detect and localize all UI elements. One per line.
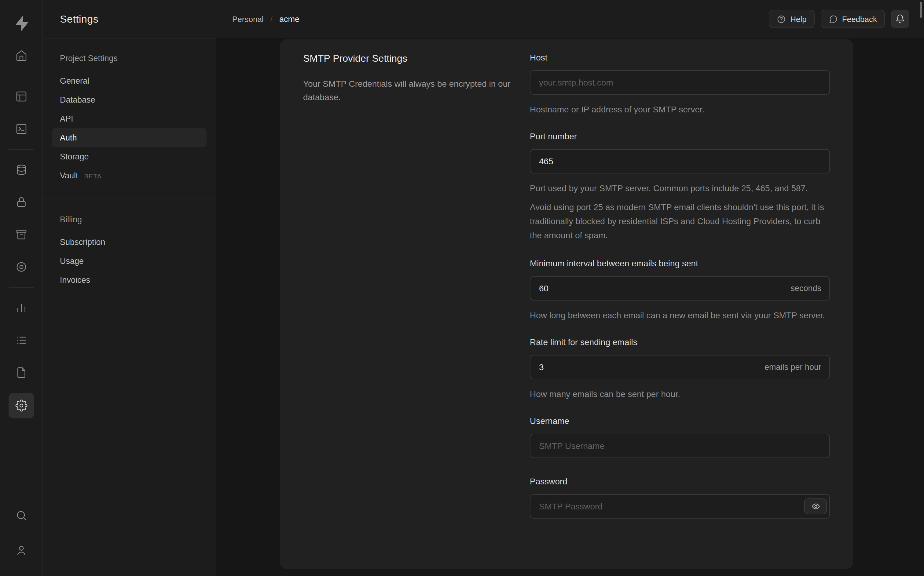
smtp-settings-panel: SMTP Provider Settings Your SMTP Credent… [280, 39, 853, 569]
section-label-project-settings: Project Settings [52, 53, 207, 65]
nav-functions-button[interactable] [9, 255, 33, 279]
port-label: Port number [530, 131, 830, 142]
sidebar-item-invoices[interactable]: Invoices [52, 270, 207, 290]
sidebar-item-database[interactable]: Database [52, 90, 207, 109]
feedback-button[interactable]: Feedback [821, 10, 885, 28]
interval-help-text: How long between each email can a new em… [530, 309, 830, 323]
eye-icon [811, 502, 820, 510]
breadcrumb-org[interactable]: Personal [232, 14, 264, 24]
interval-input-wrap: seconds [530, 276, 830, 301]
database-icon [15, 164, 27, 176]
breadcrumb-project[interactable]: acme [279, 14, 299, 24]
panel-description: Your SMTP Credentials will always be enc… [303, 77, 511, 104]
nav-auth-button[interactable] [9, 190, 33, 214]
password-field-group: Password [530, 476, 830, 518]
host-input-wrap [530, 70, 830, 95]
storage-icon [15, 229, 27, 241]
topbar: Personal / acme Help Feedback [216, 0, 924, 38]
sidebar-item-general[interactable]: General [52, 72, 207, 90]
account-button[interactable] [9, 538, 33, 563]
feedback-bubble-icon [829, 14, 838, 24]
username-field-group: Username [530, 415, 830, 458]
nav-home-button[interactable] [9, 43, 33, 68]
sidebar-item-storage[interactable]: Storage [52, 147, 207, 166]
nav-storage-button[interactable] [9, 222, 33, 247]
port-note-text: Avoid using port 25 as modern SMTP email… [530, 200, 830, 243]
scrollbar-thumb[interactable] [920, 2, 922, 18]
supabase-logo-icon [13, 15, 29, 31]
username-label: Username [530, 415, 830, 427]
functions-icon [15, 261, 27, 273]
rail-bottom [9, 503, 33, 576]
rate-limit-field-group: Rate limit for sending emails emails per… [530, 336, 830, 401]
settings-gear-icon [15, 400, 27, 412]
topbar-actions: Help Feedback [769, 10, 910, 28]
help-circle-icon [777, 14, 786, 24]
rate-limit-label: Rate limit for sending emails [530, 336, 830, 348]
help-button[interactable]: Help [769, 10, 815, 28]
sidebar-title: Settings [60, 13, 98, 26]
beta-badge: BETA [84, 173, 102, 179]
nav-docs-button[interactable] [9, 360, 33, 385]
logs-list-icon [15, 334, 27, 346]
port-field-group: Port number Port used by your SMTP serve… [530, 131, 830, 243]
nav-reports-button[interactable] [9, 296, 33, 320]
app-window: Settings Project Settings General Databa… [0, 0, 924, 576]
section-label-billing: Billing [52, 214, 207, 226]
port-input-wrap [530, 149, 830, 173]
password-input[interactable] [530, 494, 830, 518]
user-icon [15, 544, 27, 557]
settings-sidebar: Settings Project Settings General Databa… [43, 0, 216, 576]
content-area: SMTP Provider Settings Your SMTP Credent… [216, 38, 924, 576]
host-label: Host [530, 52, 830, 64]
sidebar-item-auth[interactable]: Auth [52, 128, 207, 147]
rate-limit-input-wrap: emails per hour [530, 355, 830, 379]
nav-project-settings-button[interactable] [8, 393, 34, 418]
sidebar-item-subscription[interactable]: Subscription [52, 233, 207, 252]
interval-input[interactable] [530, 276, 830, 301]
host-help-text: Hostname or IP address of your SMTP serv… [530, 102, 830, 117]
rail-divider [9, 287, 33, 288]
breadcrumb: Personal / acme [232, 14, 299, 24]
search-button[interactable] [9, 503, 33, 528]
icon-rail [0, 0, 43, 576]
reveal-password-button[interactable] [804, 498, 827, 514]
sidebar-divider [43, 198, 216, 199]
bell-icon [895, 14, 905, 24]
host-field-group: Host Hostname or IP address of your SMTP… [530, 52, 830, 117]
main-area: Personal / acme Help Feedback [216, 0, 924, 576]
sql-editor-icon [15, 123, 27, 135]
username-input-wrap [530, 434, 830, 458]
settings-nav: Project Settings General Database API Au… [43, 39, 216, 290]
panel-title: SMTP Provider Settings [303, 52, 530, 66]
reports-chart-icon [15, 302, 27, 314]
rate-limit-help-text: How many emails can be sent per hour. [530, 387, 830, 401]
search-icon [15, 509, 27, 522]
username-input[interactable] [530, 434, 830, 458]
home-icon [15, 50, 27, 62]
rate-limit-input[interactable] [530, 355, 830, 379]
sidebar-header: Settings [43, 0, 216, 39]
table-editor-icon [15, 90, 27, 102]
nav-database-button[interactable] [9, 158, 33, 182]
notifications-button[interactable] [891, 10, 910, 28]
sidebar-item-vault[interactable]: Vault BETA [52, 166, 207, 185]
rail-divider [9, 76, 33, 76]
nav-logs-button[interactable] [9, 328, 33, 352]
password-input-wrap [530, 494, 830, 518]
auth-lock-icon [15, 196, 27, 208]
interval-label: Minimum interval between emails being se… [530, 258, 830, 269]
port-input[interactable] [530, 149, 830, 173]
docs-file-icon [15, 366, 27, 379]
sidebar-item-usage[interactable]: Usage [52, 252, 207, 270]
supabase-logo[interactable] [9, 11, 33, 35]
interval-field-group: Minimum interval between emails being se… [530, 258, 830, 323]
host-input[interactable] [530, 70, 830, 95]
sidebar-item-api[interactable]: API [52, 109, 207, 128]
smtp-form: Host Hostname or IP address of your SMTP… [530, 52, 830, 569]
nav-sql-editor-button[interactable] [9, 117, 33, 141]
breadcrumb-separator: / [271, 14, 272, 24]
nav-table-editor-button[interactable] [9, 84, 33, 109]
rail-divider [9, 149, 33, 150]
port-help-text: Port used by your SMTP server. Common po… [530, 181, 830, 195]
